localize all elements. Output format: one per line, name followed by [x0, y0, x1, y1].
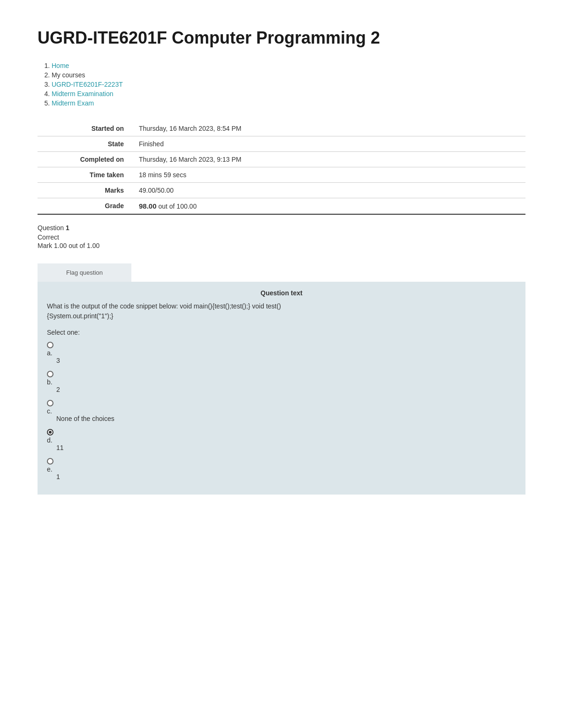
breadcrumb: Home My courses UGRD-ITE6201F-2223T Midt… [38, 62, 525, 107]
breadcrumb-item-5: Midterm Exam [52, 99, 525, 107]
question-label: Question [38, 224, 66, 232]
answer-option-b: b. 2 [47, 371, 516, 393]
option-label-d: d. [47, 436, 516, 444]
radio-a[interactable] [47, 342, 53, 348]
breadcrumb-link-midterm-exam[interactable]: Midterm Examination [52, 90, 114, 98]
info-value-marks: 49.00/50.00 [131, 183, 525, 198]
radio-e[interactable] [47, 458, 53, 465]
info-value-grade: 98.00 out of 100.00 [131, 198, 525, 215]
select-one-label: Select one: [47, 329, 516, 336]
radio-d[interactable] [47, 429, 53, 435]
breadcrumb-link-home[interactable]: Home [52, 62, 69, 69]
info-label-marks: Marks [38, 183, 131, 198]
grade-bold: 98.00 [139, 202, 157, 210]
option-value-e: 1 [56, 473, 516, 480]
breadcrumb-link-course[interactable]: UGRD-ITE6201F-2223T [52, 81, 123, 88]
question-number: 1 [66, 224, 69, 232]
flag-question-label: Flag question [66, 269, 103, 276]
option-value-b: 2 [56, 386, 516, 393]
breadcrumb-item-2: My courses [52, 71, 525, 79]
breadcrumb-link-midterm[interactable]: Midterm Exam [52, 99, 94, 107]
info-value-time-taken: 18 mins 59 secs [131, 167, 525, 183]
info-row-time-taken: Time taken 18 mins 59 secs [38, 167, 525, 183]
question-mark: Mark 1.00 out of 1.00 [38, 242, 525, 249]
option-label-a: a. [47, 349, 516, 357]
info-label-time-taken: Time taken [38, 167, 131, 183]
option-label-b: b. [47, 378, 516, 386]
breadcrumb-item-1: Home [52, 62, 525, 69]
option-value-c: None of the choices [56, 415, 516, 422]
radio-c[interactable] [47, 400, 53, 406]
info-row-state: State Finished [38, 136, 525, 152]
info-row-completed-on: Completed on Thursday, 16 March 2023, 9:… [38, 152, 525, 167]
breadcrumb-item-3: UGRD-ITE6201F-2223T [52, 81, 525, 88]
answer-option-a: a. 3 [47, 342, 516, 364]
radio-b[interactable] [47, 371, 53, 377]
question-header: Question 1 Correct Mark 1.00 out of 1.00 [38, 224, 525, 249]
info-value-started-on: Thursday, 16 March 2023, 8:54 PM [131, 121, 525, 136]
info-label-started-on: Started on [38, 121, 131, 136]
question-text: What is the output of the code snippet b… [47, 301, 516, 321]
info-row-marks: Marks 49.00/50.00 [38, 183, 525, 198]
info-row-grade: Grade 98.00 out of 100.00 [38, 198, 525, 215]
breadcrumb-item-4: Midterm Examination [52, 90, 525, 98]
option-label-c: c. [47, 407, 516, 415]
info-value-completed-on: Thursday, 16 March 2023, 9:13 PM [131, 152, 525, 167]
question-number-line: Question 1 [38, 224, 525, 232]
info-table: Started on Thursday, 16 March 2023, 8:54… [38, 121, 525, 215]
option-label-e: e. [47, 465, 516, 473]
info-label-state: State [38, 136, 131, 152]
option-value-d: 11 [56, 444, 516, 451]
page-title: UGRD-ITE6201F Computer Programming 2 [38, 28, 525, 48]
question-status: Correct [38, 233, 525, 241]
question-content: Question text What is the output of the … [38, 282, 525, 495]
question-text-heading: Question text [47, 289, 516, 297]
answer-option-e: e. 1 [47, 458, 516, 480]
info-label-completed-on: Completed on [38, 152, 131, 167]
info-label-grade: Grade [38, 198, 131, 215]
flag-question-button[interactable]: Flag question [38, 263, 131, 282]
answer-option-d: d. 11 [47, 429, 516, 451]
info-value-state: Finished [131, 136, 525, 152]
option-value-a: 3 [56, 357, 516, 364]
answer-option-c: c. None of the choices [47, 400, 516, 422]
info-row-started-on: Started on Thursday, 16 March 2023, 8:54… [38, 121, 525, 136]
breadcrumb-text-mycourses: My courses [52, 71, 85, 79]
